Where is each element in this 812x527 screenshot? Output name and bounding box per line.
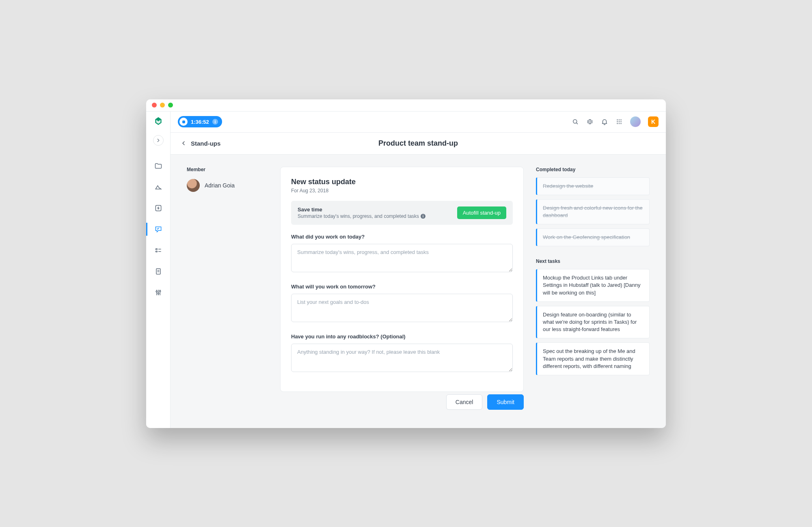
nav-standups[interactable]	[146, 220, 170, 238]
q3-label: Have you run into any roadblocks? (Optio…	[291, 333, 513, 340]
nav-notes[interactable]	[146, 262, 170, 280]
nav-tasks[interactable]	[146, 241, 170, 259]
svg-rect-16	[589, 120, 591, 124]
page-title: Product team stand-up	[378, 139, 458, 148]
window-titlebar	[146, 99, 666, 112]
completed-task[interactable]: Redesign the website	[536, 177, 650, 195]
window-zoom-icon[interactable]	[168, 103, 173, 108]
nav-projects[interactable]	[146, 157, 170, 175]
completed-label: Completed today	[536, 167, 650, 172]
tip-desc: Summarize today's wins, progress, and co…	[298, 213, 425, 219]
completed-task[interactable]: Work on the Geofencing specification	[536, 228, 650, 246]
svg-line-15	[577, 123, 578, 124]
svg-point-19	[617, 119, 618, 120]
user-avatar[interactable]	[630, 116, 641, 127]
member-name: Adrian Goia	[205, 182, 235, 189]
member-avatar	[187, 179, 200, 192]
svg-point-20	[619, 119, 620, 120]
breadcrumb-bar: Stand-ups Product team stand-up	[171, 133, 666, 155]
nav-power[interactable]	[146, 199, 170, 217]
q2-label: What will you work on tomorrow?	[291, 284, 513, 290]
window-close-icon[interactable]	[152, 103, 157, 108]
member-row[interactable]: Adrian Goia	[187, 179, 268, 192]
next-label: Next tasks	[536, 258, 650, 264]
svg-rect-5	[156, 269, 160, 274]
next-task[interactable]: Design feature on-boarding (similar to w…	[536, 306, 650, 339]
svg-point-25	[617, 123, 618, 124]
panels-icon[interactable]	[586, 118, 594, 125]
tip-title: Save time	[298, 206, 425, 213]
window-minimize-icon[interactable]	[160, 103, 165, 108]
apps-grid-icon[interactable]	[615, 118, 623, 125]
left-sidebar	[146, 112, 171, 428]
info-icon[interactable]: i	[421, 214, 425, 219]
topbar: 1:36:52 i K	[171, 112, 666, 133]
q2-input[interactable]	[291, 294, 513, 322]
q1-label: What did you work on today?	[291, 234, 513, 240]
nav-settings[interactable]	[146, 284, 170, 301]
content-area: Member Adrian Goia New status update For…	[171, 155, 666, 428]
submit-button[interactable]: Submit	[487, 394, 524, 410]
app-logo-icon	[153, 116, 164, 127]
member-label: Member	[187, 167, 268, 172]
form-subtitle: For Aug 23, 2018	[291, 188, 513, 194]
autofill-button[interactable]: Autofill stand-up	[457, 206, 506, 219]
svg-point-22	[617, 121, 618, 122]
nav-activity[interactable]	[146, 178, 170, 196]
timer-stop-icon[interactable]	[179, 118, 188, 126]
autofill-tip: Save time Summarize today's wins, progre…	[291, 201, 513, 225]
svg-point-24	[620, 121, 621, 122]
svg-point-21	[620, 119, 621, 120]
q1-input[interactable]	[291, 244, 513, 272]
svg-rect-1	[155, 248, 157, 250]
org-badge[interactable]: K	[648, 116, 659, 127]
search-icon[interactable]	[572, 118, 579, 125]
svg-point-12	[158, 293, 159, 294]
svg-point-23	[619, 121, 620, 122]
cancel-button[interactable]: Cancel	[446, 394, 483, 410]
svg-point-11	[156, 290, 157, 292]
next-task[interactable]: Mockup the Product Links tab under Setti…	[536, 269, 650, 302]
svg-point-13	[159, 290, 160, 292]
timer-info-icon[interactable]: i	[212, 119, 218, 125]
bell-icon[interactable]	[601, 118, 608, 125]
sidebar-expand-button[interactable]	[153, 135, 164, 146]
next-task[interactable]: Spec out the breaking up of the Me and T…	[536, 342, 650, 375]
svg-point-26	[619, 123, 620, 124]
svg-point-14	[573, 120, 577, 123]
timer-value: 1:36:52	[191, 119, 209, 125]
breadcrumb-label: Stand-ups	[191, 140, 220, 147]
form-title: New status update	[291, 178, 513, 186]
svg-point-27	[620, 123, 621, 124]
back-button[interactable]: Stand-ups	[180, 140, 220, 147]
timer-pill[interactable]: 1:36:52 i	[178, 116, 222, 127]
q3-input[interactable]	[291, 344, 513, 372]
app-window: 1:36:52 i K Stand-ups Product team s	[146, 99, 666, 428]
svg-rect-2	[155, 251, 157, 252]
status-update-form: New status update For Aug 23, 2018 Save …	[280, 167, 524, 392]
completed-task[interactable]: Design fresh and colorful new icons for …	[536, 199, 650, 224]
